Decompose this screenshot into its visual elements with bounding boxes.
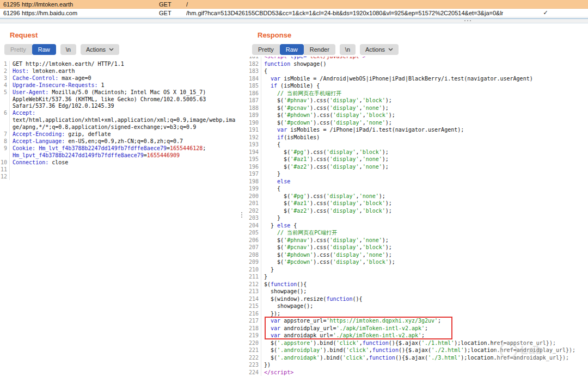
tab-pretty[interactable]: Pretty (252, 44, 280, 55)
code-line: 191 var isMobiles = /iPhone|iPad/i.test(… (248, 126, 588, 134)
code-line: 196 $('#az2').css('display','none'); (248, 163, 588, 171)
tab-render[interactable]: Render (304, 44, 335, 55)
code-line: ge/apng,*/*;q=0.8,application/signed-exc… (0, 124, 243, 131)
code-line: 192 if(isMobiles) (248, 134, 588, 141)
code-line: 208 $('#phdown').css('display','none'); (248, 251, 588, 259)
table-row[interactable]: 61295 http://lmtoken.earth GET / (0, 0, 588, 9)
method-cell: GET (159, 1, 186, 8)
code-line: 217 var appstore_url='https://imtoken.dq… (248, 317, 588, 325)
code-line: 218 var androidplay_url='./apk/imToken-i… (248, 325, 588, 332)
code-line: 224</script> (248, 369, 588, 376)
code-line: Safari/537.36 Edg/102.0.1245.39 (0, 103, 243, 110)
vertical-splitter-handle-icon[interactable] (241, 212, 242, 218)
method-cell: GET (159, 10, 186, 16)
chevron-down-icon (109, 48, 114, 51)
code-line: 215 showpage(); (248, 302, 588, 310)
newline-toggle-button[interactable]: \n (340, 44, 356, 55)
host-cell: http://lmtoken.earth (22, 1, 159, 8)
table-row[interactable]: 61296 https://hm.baidu.com GET /hm.gif?h… (0, 9, 588, 17)
code-line: 182function showpage() (248, 60, 588, 68)
code-line: 216 }); (248, 310, 588, 318)
watermark: Lab (494, 337, 576, 363)
http-history-table: 61295 http://lmtoken.earth GET / 61296 h… (0, 0, 588, 17)
code-line: 186 // 当前网页在手机端打开 (248, 90, 588, 97)
code-line: 207 $('#pcnav').css('display','block'); (248, 244, 588, 251)
checkmark-icon: ✓ (503, 9, 588, 16)
code-line: 3Cache-Control: max-age=0 (0, 75, 243, 82)
actions-button[interactable]: Actions (360, 44, 399, 55)
code-line: 209 $('#pcdown').css('display','block'); (248, 258, 588, 266)
url-cell: / (186, 1, 503, 8)
request-panel: Request Pretty Raw \n Actions 1GET http:… (0, 23, 243, 377)
code-line: 1GET http://lmtoken.earth/ HTTP/1.1 (0, 61, 243, 68)
code-line: 195 $('#az1').css('display','none'); (248, 156, 588, 163)
request-view-tabbar: Pretty Raw \n Actions (4, 44, 243, 55)
code-line: 202 $('#az2').css('display','block'); (248, 207, 588, 215)
newline-toggle-button[interactable]: \n (60, 44, 76, 55)
response-editor[interactable]: 181<script type="text/javascript">182fun… (248, 57, 588, 377)
code-line: text/html,application/xhtml+xml,applicat… (0, 117, 243, 124)
code-line: 210 } (248, 266, 588, 274)
code-line: 200 $('#pg').css('display','none'); (248, 193, 588, 200)
code-line: 213 showpage(); (248, 288, 588, 295)
splitter-handle-icon[interactable] (464, 20, 471, 21)
code-line: 9Cookie: Hm_lvt_f4b3788b2247dd149fb7fdff… (0, 145, 243, 152)
request-id-cell: 61295 (0, 1, 22, 8)
code-line: 5User-Agent: Mozilla/5.0 (Macintosh; Int… (0, 89, 243, 96)
code-line: 201 $('#az1').css('display','block'); (248, 200, 588, 207)
code-line: 197 } (248, 170, 588, 178)
code-line: 185 if (isMobile) { (248, 82, 588, 90)
code-line: AppleWebKit/537.36 (KHTML, like Gecko) C… (0, 96, 243, 103)
code-line: 203 } (248, 214, 588, 222)
tab-pretty[interactable]: Pretty (4, 44, 32, 55)
horizontal-splitter[interactable] (0, 18, 588, 23)
code-line: 212$(function(){ (248, 281, 588, 288)
response-panel: Response Pretty Raw Render \n Actions 18… (248, 23, 588, 377)
response-view-tabbar: Pretty Raw Render \n Actions (252, 44, 588, 55)
code-line: 205 // 当前网页在PC端打开 (248, 229, 588, 237)
code-line: 194 $('#pg').css('display','block'); (248, 149, 588, 156)
watermark-logo-icon (500, 342, 517, 359)
request-panel-title: Request (0, 23, 243, 39)
code-line: 183{ (248, 67, 588, 75)
code-line: 187 $('#phnav').css('display','block'); (248, 97, 588, 104)
code-line: 204 } else { (248, 222, 588, 230)
code-line: 184 var isMobile = /Android|webOS|iPhone… (248, 75, 588, 83)
code-line: 10Connection: close (0, 159, 243, 166)
host-cell: https://hm.baidu.com (22, 10, 159, 16)
code-line: 199 { (248, 185, 588, 193)
code-line: 6Accept: (0, 110, 243, 117)
code-line: 4Upgrade-Insecure-Requests: 1 (0, 82, 243, 89)
code-line: 11 (0, 166, 243, 174)
code-line: 214 $(window).resize(function(){ (248, 295, 588, 303)
code-line: 189 $('#phdown').css('display','block'); (248, 112, 588, 119)
actions-label: Actions (365, 46, 385, 53)
code-line: Hm_lpvt_f4b3788b2247dd149fb7fdffe8aece79… (0, 152, 243, 159)
actions-button[interactable]: Actions (81, 44, 119, 55)
chevron-down-icon (388, 48, 393, 51)
watermark-text: Lab (520, 343, 543, 357)
request-editor[interactable]: 1GET http://lmtoken.earth/ HTTP/1.12Host… (0, 61, 243, 180)
code-line: 8Accept-Language: en-US,en;q=0.9,zh-CN;q… (0, 138, 243, 145)
response-panel-title: Response (248, 23, 588, 39)
code-line: 188 $('#pcnav').css('display','none'); (248, 104, 588, 112)
code-line: 206 $('#phnav').css('display','none'); (248, 237, 588, 244)
url-cell: /hm.gif?hca=513D426155CBDD53&cc=1&ck=1&c… (186, 10, 503, 16)
code-line: 190 $('#pcdown').css('display','none'); (248, 119, 588, 127)
request-id-cell: 61296 (0, 10, 22, 16)
code-line: 12 (0, 174, 243, 181)
code-line: 211} (248, 273, 588, 281)
code-line: 193 { (248, 141, 588, 149)
tab-raw[interactable]: Raw (32, 44, 56, 55)
code-line: 2Host: lmtoken.earth (0, 68, 243, 75)
tab-raw[interactable]: Raw (280, 44, 304, 55)
code-line: 7Accept-Encoding: gzip, deflate (0, 131, 243, 138)
code-line: 198 else (248, 178, 588, 186)
actions-label: Actions (86, 46, 106, 53)
